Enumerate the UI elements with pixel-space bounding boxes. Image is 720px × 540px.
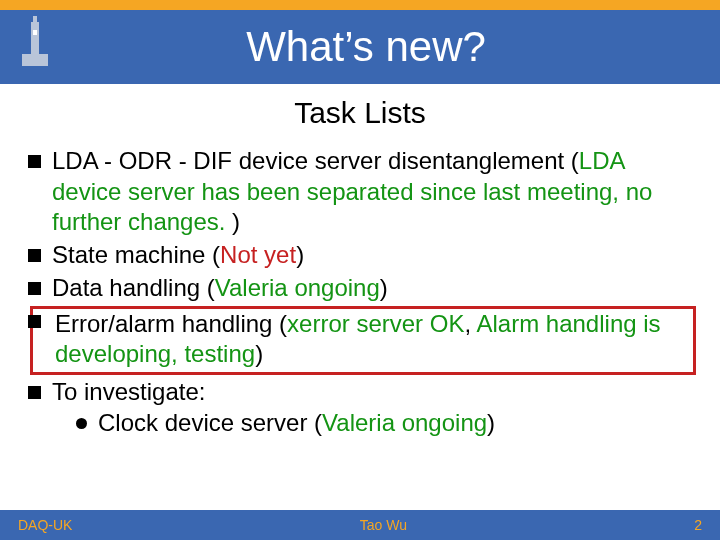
- header: What’s new?: [0, 10, 720, 84]
- footer: DAQ-UK Tao Wu 2: [0, 510, 720, 540]
- content-body: LDA - ODR - DIF device server disentangl…: [0, 130, 720, 438]
- bullet-ea-sep: ,: [464, 310, 476, 337]
- bullet-sm-text: State machine (: [52, 241, 220, 268]
- slide-title: What’s new?: [52, 23, 720, 71]
- sub-clock-text: Clock device server (: [98, 409, 322, 436]
- slide-subtitle: Task Lists: [0, 96, 720, 130]
- bullet-dh-text: Data handling (: [52, 274, 215, 301]
- footer-left: DAQ-UK: [18, 517, 72, 533]
- bullet-investigate: To investigate: Clock device server (Val…: [28, 377, 692, 438]
- bullet-sm-close: ): [296, 241, 304, 268]
- bullet-lda-text: LDA - ODR - DIF device server disentangl…: [52, 147, 579, 174]
- bullet-lda: LDA - ODR - DIF device server disentangl…: [28, 146, 692, 238]
- bullet-data-handling: Data handling (Valeria ongoing): [28, 273, 692, 304]
- bullet-lda-close: ): [225, 208, 240, 235]
- sub-clock-status: Valeria ongoing: [322, 409, 487, 436]
- bullet-dh-close: ): [380, 274, 388, 301]
- bullet-inv-text: To investigate:: [52, 378, 205, 405]
- logo-icon: [18, 22, 52, 72]
- bullet-error-alarm: Error/alarm handling (xerror server OK, …: [28, 306, 692, 375]
- bullet-sm-status: Not yet: [220, 241, 296, 268]
- bullet-ea-text: Error/alarm handling (: [55, 310, 287, 337]
- accent-bar: [0, 0, 720, 10]
- highlight-box: Error/alarm handling (xerror server OK, …: [30, 306, 696, 375]
- bullet-dh-status: Valeria ongoing: [215, 274, 380, 301]
- bullet-ea-close: ): [255, 340, 263, 367]
- bullet-ea-ok: xerror server OK: [287, 310, 464, 337]
- sub-bullet-clock: Clock device server (Valeria ongoing): [76, 408, 692, 439]
- footer-author: Tao Wu: [72, 517, 694, 533]
- sub-clock-close: ): [487, 409, 495, 436]
- page-number: 2: [694, 517, 702, 533]
- bullet-state-machine: State machine (Not yet): [28, 240, 692, 271]
